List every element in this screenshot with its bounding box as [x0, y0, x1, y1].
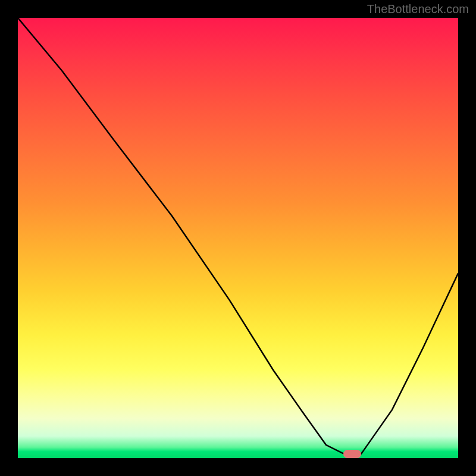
chart-plot-area: [18, 18, 458, 458]
optimal-marker: [343, 450, 361, 458]
watermark-text: TheBottleneck.com: [367, 2, 469, 16]
bottleneck-curve: [18, 18, 458, 458]
